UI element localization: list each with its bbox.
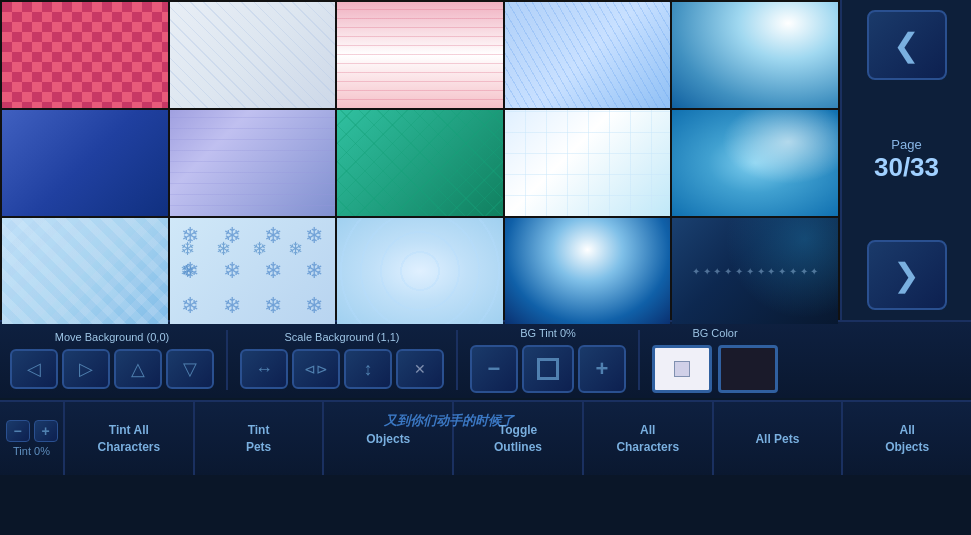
scale-contract-button[interactable]: ⊲⊳ xyxy=(292,349,340,389)
move-left-icon: ◁ xyxy=(27,358,41,380)
scale-contract-icon: ⊲⊳ xyxy=(304,361,328,377)
bg-color-section: BG Color xyxy=(652,327,778,393)
bg-thumb-2[interactable] xyxy=(170,2,336,108)
tint-square-inner xyxy=(537,358,559,380)
toggle-outlines-label: Toggle Outlines xyxy=(494,422,542,456)
right-chevron-icon: ❯ xyxy=(893,256,920,294)
page-indicator: Page 30/33 xyxy=(874,137,939,183)
color-box-inner xyxy=(674,361,690,377)
tint-pets-button[interactable]: Tint Pets xyxy=(195,402,325,475)
tint-minus-button[interactable]: − xyxy=(470,345,518,393)
divider-1 xyxy=(226,330,228,390)
move-bg-down-button[interactable]: ▽ xyxy=(166,349,214,389)
all-objects-label: All Objects xyxy=(885,422,929,456)
tint-percent-buttons: − + xyxy=(6,420,58,442)
move-bg-section: Move Background (0,0) ◁ ▷ △ ▽ xyxy=(10,331,214,389)
tint-percent-label: Tint 0% xyxy=(13,445,50,457)
scale-x-button[interactable]: ✕ xyxy=(396,349,444,389)
scale-horiz-button[interactable]: ↔ xyxy=(240,349,288,389)
snowflake-pattern: ❄❄❄❄ ❄❄❄❄ ❄❄❄❄ xyxy=(170,218,336,324)
next-page-button[interactable]: ❯ xyxy=(867,240,947,310)
bg-thumb-13[interactable]: ❄❄❄❄ ❄❄❄❄ ❄❄❄❄ xyxy=(170,218,336,324)
bg-thumb-14[interactable] xyxy=(337,218,503,324)
move-bg-up-button[interactable]: △ xyxy=(114,349,162,389)
scale-vert-icon: ↕ xyxy=(364,359,373,380)
right-sidebar: ❮ Page 30/33 ❯ xyxy=(840,0,971,320)
move-down-icon: ▽ xyxy=(183,358,197,380)
bg-thumb-8[interactable] xyxy=(337,110,503,216)
scale-x-icon: ✕ xyxy=(414,361,426,377)
tint-all-characters-label: Tint All Characters xyxy=(98,422,161,456)
left-chevron-icon: ❮ xyxy=(893,26,920,64)
tint-percent-plus-button[interactable]: + xyxy=(34,420,58,442)
bg-thumb-3[interactable] xyxy=(337,2,503,108)
tint-square-button[interactable] xyxy=(522,345,574,393)
all-pets-label: All Pets xyxy=(755,432,799,446)
page-label: Page xyxy=(874,137,939,152)
all-characters-label: All Characters xyxy=(616,422,679,456)
page-number: 30/33 xyxy=(874,152,939,183)
move-bg-buttons: ◁ ▷ △ ▽ xyxy=(10,349,214,389)
scale-bg-buttons: ↔ ⊲⊳ ↕ ✕ xyxy=(240,349,444,389)
bg-color-black-button[interactable] xyxy=(718,345,778,393)
bg-thumb-5[interactable] xyxy=(672,2,838,108)
bg-thumb-15[interactable] xyxy=(505,218,671,324)
all-characters-button[interactable]: All Characters xyxy=(584,402,714,475)
minus-icon: − xyxy=(488,356,501,382)
tint-pets-label: Tint Pets xyxy=(246,422,271,456)
divider-3 xyxy=(638,330,640,390)
bg-tint-section: BG Tint 0% − + xyxy=(470,327,626,393)
scale-horiz-icon: ↔ xyxy=(255,359,273,380)
scale-vert-button[interactable]: ↕ xyxy=(344,349,392,389)
scale-bg-section: Scale Background (1,1) ↔ ⊲⊳ ↕ ✕ xyxy=(240,331,444,389)
move-up-icon: △ xyxy=(131,358,145,380)
move-bg-left-button[interactable]: ◁ xyxy=(10,349,58,389)
plus-small-icon: + xyxy=(41,423,49,439)
divider-2 xyxy=(456,330,458,390)
prev-page-button[interactable]: ❮ xyxy=(867,10,947,80)
tint-objects-label: Objects xyxy=(366,432,410,446)
move-right-icon: ▷ xyxy=(79,358,93,380)
bg-thumbnail-grid: ❄❄❄❄ ❄❄❄❄ ❄❄❄❄ ✦ ✦ ✦ ✦ ✦ ✦ ✦ ✦ ✦ ✦ ✦ ✦ xyxy=(0,0,840,320)
controls-bar: Move Background (0,0) ◁ ▷ △ ▽ Scale Back… xyxy=(0,320,971,400)
bg-color-white-button[interactable] xyxy=(652,345,712,393)
bg-thumb-1[interactable] xyxy=(2,2,168,108)
bg-thumb-6[interactable] xyxy=(2,110,168,216)
minus-small-icon: − xyxy=(13,423,21,439)
move-bg-right-button[interactable]: ▷ xyxy=(62,349,110,389)
bg-thumb-11[interactable] xyxy=(2,218,168,324)
tint-plus-button[interactable]: + xyxy=(578,345,626,393)
tint-percent-minus-button[interactable]: − xyxy=(6,420,30,442)
bg-tint-label: BG Tint 0% xyxy=(520,327,576,339)
bg-color-label: BG Color xyxy=(692,327,737,339)
move-bg-label: Move Background (0,0) xyxy=(55,331,169,343)
bg-thumb-10[interactable] xyxy=(672,110,838,216)
main-area: ❄❄❄❄ ❄❄❄❄ ❄❄❄❄ ✦ ✦ ✦ ✦ ✦ ✦ ✦ ✦ ✦ ✦ ✦ ✦ ❮… xyxy=(0,0,971,320)
tint-all-characters-button[interactable]: Tint All Characters xyxy=(65,402,195,475)
bottom-toolbar: − + Tint 0% Tint All Characters Tint Pet… xyxy=(0,400,971,475)
toggle-outlines-button[interactable]: Toggle Outlines xyxy=(454,402,584,475)
plus-icon: + xyxy=(596,356,609,382)
bg-thumb-4[interactable] xyxy=(505,2,671,108)
all-objects-button[interactable]: All Objects xyxy=(843,402,971,475)
bg-thumb-7[interactable] xyxy=(170,110,336,216)
tint-control: − + Tint 0% xyxy=(0,402,65,475)
bg-thumb-extra[interactable]: ✦ ✦ ✦ ✦ ✦ ✦ ✦ ✦ ✦ ✦ ✦ ✦ xyxy=(672,218,838,324)
all-pets-button[interactable]: All Pets xyxy=(714,402,844,475)
bg-thumb-9[interactable] xyxy=(505,110,671,216)
tint-counter: − + xyxy=(470,345,626,393)
scale-bg-label: Scale Background (1,1) xyxy=(285,331,400,343)
tint-objects-button[interactable]: Objects 又到你们动手的时候了 xyxy=(324,402,454,475)
